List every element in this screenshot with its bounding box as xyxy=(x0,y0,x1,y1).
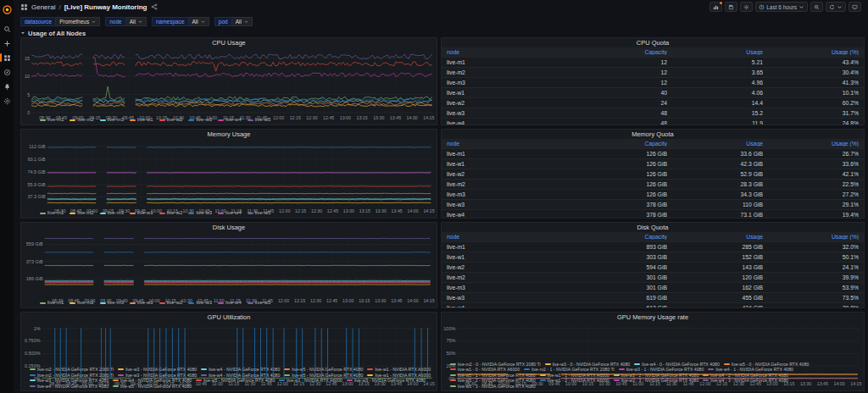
alerting-bell-icon[interactable] xyxy=(0,81,14,91)
chart-svg[interactable]: 37.3 GiB55.9 GiB74.5 GiB93.1 GiB112 GiB0… xyxy=(21,139,437,214)
panel-title[interactable]: Disk Quota xyxy=(442,223,864,232)
svg-text:12:00: 12:00 xyxy=(278,298,289,303)
chart-svg[interactable]: 0%0.250%0.500%0.750%1%08:3008:4509:0009:… xyxy=(21,322,437,387)
table-row: live-m1893 GiB285 GiB32.0% xyxy=(442,241,864,252)
table-header-row: nodeCapacityUsageUsage (%) xyxy=(442,232,864,241)
column-header-usage[interactable]: Usage (%) xyxy=(763,234,859,240)
panel-title[interactable]: Disk Usage xyxy=(21,223,437,232)
value-cell: 60.2% xyxy=(763,100,859,106)
breadcrumb-section[interactable]: General xyxy=(31,3,55,11)
value-cell: 126 GiB xyxy=(571,181,667,187)
svg-text:13:15: 13:15 xyxy=(356,115,367,120)
svg-text:10:00: 10:00 xyxy=(151,208,162,213)
value-cell: 126 GiB xyxy=(571,151,667,157)
value-cell: 42.3 GiB xyxy=(667,161,763,167)
svg-text:0: 0 xyxy=(27,110,30,115)
svg-text:13:30: 13:30 xyxy=(375,298,386,303)
add-panel-button[interactable] xyxy=(709,2,722,12)
column-header-capacity[interactable]: Capacity xyxy=(571,141,667,147)
value-cell: 3.65 xyxy=(667,69,763,75)
svg-text:13:45: 13:45 xyxy=(390,115,401,120)
chart-svg[interactable]: 05101508:3008:4509:0009:1509:3009:4510:0… xyxy=(21,47,437,121)
table-row: live-w44811.924.8% xyxy=(442,118,864,125)
table-row: live-m2123.6530.4% xyxy=(442,67,864,77)
svg-text:09:45: 09:45 xyxy=(548,381,559,386)
page-title[interactable]: [Live] Runway Monitoring xyxy=(64,3,147,11)
svg-text:12:45: 12:45 xyxy=(326,381,337,386)
variable-value-dropdown[interactable]: All xyxy=(189,17,209,26)
value-cell: 24 xyxy=(571,100,667,106)
table-row: live-w3619 GiB455 GiB73.5% xyxy=(442,292,864,302)
navbar-actions: Last 6 hours xyxy=(709,2,861,12)
svg-text:09:45: 09:45 xyxy=(131,381,142,386)
svg-text:08:45: 08:45 xyxy=(68,298,79,303)
panel-title[interactable]: GPU Memory Usage rate xyxy=(442,313,864,322)
column-header-usage[interactable]: Usage (%) xyxy=(763,49,859,55)
zoom-out-button[interactable] xyxy=(810,2,823,12)
variable-value-dropdown[interactable]: All xyxy=(232,17,253,26)
column-header-usage[interactable]: Usage xyxy=(667,234,763,240)
chart-area[interactable]: 37.3 GiB55.9 GiB74.5 GiB93.1 GiB112 GiB0… xyxy=(21,139,437,210)
svg-text:13:30: 13:30 xyxy=(373,115,384,120)
cycle-view-kiosk-button[interactable] xyxy=(849,2,861,12)
node-name-cell: live-w2 xyxy=(447,171,571,177)
variable-node[interactable]: nodeAll xyxy=(105,17,147,26)
value-cell: 5.21 xyxy=(667,59,763,65)
column-header-capacity[interactable]: Capacity xyxy=(571,49,667,55)
variable-namespace[interactable]: namespaceAll xyxy=(152,17,209,26)
column-header-node[interactable]: node xyxy=(447,141,571,147)
save-dashboard-button[interactable] xyxy=(725,2,737,12)
value-cell: 110 GiB xyxy=(667,202,763,208)
panel-disk-quota: Disk QuotanodeCapacityUsageUsage (%)live… xyxy=(441,222,865,308)
dashboard-settings-button[interactable] xyxy=(740,2,753,12)
panel-title[interactable]: CPU Usage xyxy=(21,38,437,47)
refresh-button[interactable] xyxy=(826,2,846,12)
explore-compass-icon[interactable] xyxy=(0,67,14,77)
variable-pod[interactable]: podAll xyxy=(214,17,253,26)
svg-text:09:45: 09:45 xyxy=(132,298,143,303)
value-cell: 24.8% xyxy=(763,120,859,125)
panel-title[interactable]: GPU Utilization xyxy=(21,313,437,322)
chart-area[interactable]: 05101508:3008:4509:0009:1509:3009:4510:0… xyxy=(21,47,437,117)
value-cell: 434 GiB xyxy=(667,305,763,307)
panel-title[interactable]: Memory Usage xyxy=(21,130,437,139)
column-header-usage[interactable]: Usage (%) xyxy=(763,141,859,147)
chart-area[interactable]: 0%25%50%75%100%08:3008:4509:0009:1509:30… xyxy=(442,322,864,362)
variable-datasource[interactable]: datasourcePrometheus xyxy=(20,17,100,26)
svg-text:14:00: 14:00 xyxy=(407,208,418,213)
column-header-node[interactable]: node xyxy=(447,49,571,55)
svg-text:12:45: 12:45 xyxy=(327,208,338,213)
create-plus-icon[interactable] xyxy=(0,38,14,48)
panel-cpu-quota: CPU QuotanodeCapacityUsageUsage (%)live-… xyxy=(441,37,865,125)
configuration-gear-icon[interactable] xyxy=(0,96,14,106)
chevron-down-icon xyxy=(244,19,248,24)
svg-text:10:00: 10:00 xyxy=(147,381,158,386)
variable-value-dropdown[interactable]: Prometheus xyxy=(56,17,100,26)
column-header-usage[interactable]: Usage xyxy=(667,49,763,55)
column-header-capacity[interactable]: Capacity xyxy=(571,234,667,240)
grafana-logo-icon[interactable] xyxy=(3,3,12,12)
svg-text:0%: 0% xyxy=(34,376,41,381)
share-icon[interactable] xyxy=(151,3,158,10)
panel-memory-usage: Memory Usage37.3 GiB55.9 GiB74.5 GiB93.1… xyxy=(20,129,437,219)
chart-svg[interactable]: 0%25%50%75%100%08:3008:4509:0009:1509:30… xyxy=(442,322,864,387)
svg-text:10:30: 10:30 xyxy=(173,115,184,120)
chart-svg[interactable]: 186 GiB373 GiB559 GiB08:3008:4509:0009:1… xyxy=(21,232,437,304)
svg-text:09:00: 09:00 xyxy=(86,208,97,213)
chart-area[interactable]: 0%0.250%0.500%0.750%1%08:3008:4509:0009:… xyxy=(21,322,437,367)
time-range-picker[interactable]: Last 6 hours xyxy=(755,2,808,12)
panel-title[interactable]: CPU Quota xyxy=(442,38,864,47)
svg-text:11:30: 11:30 xyxy=(666,381,677,386)
row-header-usage-of-all-nodes[interactable]: Usage of All Nodes xyxy=(14,29,868,37)
variable-value-dropdown[interactable]: All xyxy=(126,17,147,26)
table-row: live-m1126 GiB33.6 GiB26.7% xyxy=(442,148,864,158)
column-header-usage[interactable]: Usage xyxy=(667,141,763,147)
svg-text:112 GiB: 112 GiB xyxy=(29,144,46,149)
column-header-node[interactable]: node xyxy=(447,234,571,240)
dashboards-icon[interactable] xyxy=(0,53,14,63)
chart-area[interactable]: 186 GiB373 GiB559 GiB08:3008:4509:0009:1… xyxy=(21,232,437,300)
panel-title[interactable]: Memory Quota xyxy=(442,130,864,139)
svg-text:12:30: 12:30 xyxy=(733,381,744,386)
table-row: live-m2301 GiB120 GiB39.9% xyxy=(442,272,864,282)
search-icon[interactable] xyxy=(0,24,14,34)
